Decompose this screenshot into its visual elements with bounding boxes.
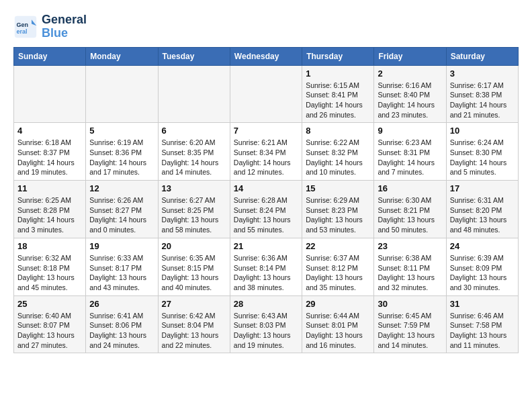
day-header-wednesday: Wednesday	[230, 47, 302, 65]
day-info: Sunrise: 6:41 AM Sunset: 8:06 PM Dayligh…	[89, 311, 154, 351]
day-cell: 13Sunrise: 6:27 AM Sunset: 8:25 PM Dayli…	[158, 181, 230, 238]
day-number: 13	[162, 183, 226, 193]
day-cell: 3Sunrise: 6:17 AM Sunset: 8:38 PM Daylig…	[446, 65, 518, 123]
day-cell: 1Sunrise: 6:15 AM Sunset: 8:41 PM Daylig…	[302, 65, 374, 123]
day-info: Sunrise: 6:28 AM Sunset: 8:24 PM Dayligh…	[234, 195, 298, 235]
day-cell	[86, 65, 158, 123]
day-cell: 22Sunrise: 6:37 AM Sunset: 8:12 PM Dayli…	[302, 238, 374, 295]
day-info: Sunrise: 6:38 AM Sunset: 8:11 PM Dayligh…	[378, 253, 442, 293]
day-info: Sunrise: 6:45 AM Sunset: 7:59 PM Dayligh…	[378, 311, 442, 351]
day-cell: 28Sunrise: 6:43 AM Sunset: 8:03 PM Dayli…	[230, 295, 302, 353]
day-number: 1	[306, 68, 370, 79]
week-row-2: 4Sunrise: 6:18 AM Sunset: 8:37 PM Daylig…	[14, 123, 519, 181]
day-info: Sunrise: 6:27 AM Sunset: 8:25 PM Dayligh…	[162, 195, 226, 235]
day-cell: 26Sunrise: 6:41 AM Sunset: 8:06 PM Dayli…	[86, 295, 158, 353]
day-number: 21	[234, 241, 298, 251]
day-cell: 19Sunrise: 6:33 AM Sunset: 8:17 PM Dayli…	[86, 238, 158, 295]
day-number: 27	[162, 299, 226, 309]
day-info: Sunrise: 6:16 AM Sunset: 8:40 PM Dayligh…	[378, 81, 442, 120]
day-number: 31	[450, 299, 515, 309]
day-cell: 18Sunrise: 6:32 AM Sunset: 8:18 PM Dayli…	[14, 238, 86, 295]
day-info: Sunrise: 6:18 AM Sunset: 8:37 PM Dayligh…	[17, 138, 82, 177]
day-number: 18	[17, 241, 82, 251]
day-info: Sunrise: 6:19 AM Sunset: 8:36 PM Dayligh…	[89, 138, 154, 177]
day-info: Sunrise: 6:30 AM Sunset: 8:21 PM Dayligh…	[378, 195, 442, 235]
day-info: Sunrise: 6:42 AM Sunset: 8:04 PM Dayligh…	[162, 311, 226, 351]
page-header: Gen eral General Blue	[13, 13, 519, 40]
day-number: 17	[450, 183, 515, 193]
week-row-4: 18Sunrise: 6:32 AM Sunset: 8:18 PM Dayli…	[14, 238, 519, 295]
day-header-saturday: Saturday	[446, 47, 518, 65]
day-cell: 14Sunrise: 6:28 AM Sunset: 8:24 PM Dayli…	[230, 181, 302, 238]
day-number: 6	[162, 126, 226, 136]
day-info: Sunrise: 6:24 AM Sunset: 8:30 PM Dayligh…	[450, 138, 515, 177]
day-header-monday: Monday	[86, 47, 158, 65]
day-info: Sunrise: 6:23 AM Sunset: 8:31 PM Dayligh…	[378, 138, 442, 177]
day-number: 22	[306, 241, 370, 251]
day-number: 8	[306, 126, 370, 136]
day-number: 26	[89, 299, 154, 309]
day-number: 7	[234, 126, 298, 136]
day-info: Sunrise: 6:15 AM Sunset: 8:41 PM Dayligh…	[306, 81, 370, 120]
day-info: Sunrise: 6:21 AM Sunset: 8:34 PM Dayligh…	[234, 138, 298, 177]
day-cell: 5Sunrise: 6:19 AM Sunset: 8:36 PM Daylig…	[86, 123, 158, 181]
calendar-table: SundayMondayTuesdayWednesdayThursdayFrid…	[13, 47, 519, 354]
day-cell: 30Sunrise: 6:45 AM Sunset: 7:59 PM Dayli…	[374, 295, 446, 353]
week-row-1: 1Sunrise: 6:15 AM Sunset: 8:41 PM Daylig…	[14, 65, 519, 123]
day-cell: 29Sunrise: 6:44 AM Sunset: 8:01 PM Dayli…	[302, 295, 374, 353]
day-header-thursday: Thursday	[302, 47, 374, 65]
day-info: Sunrise: 6:46 AM Sunset: 7:58 PM Dayligh…	[450, 311, 515, 351]
day-cell	[14, 65, 86, 123]
svg-text:eral: eral	[17, 28, 28, 35]
logo: Gen eral General Blue	[13, 13, 87, 40]
day-number: 25	[17, 299, 82, 309]
day-cell: 9Sunrise: 6:23 AM Sunset: 8:31 PM Daylig…	[374, 123, 446, 181]
day-number: 11	[17, 183, 82, 193]
calendar-body: 1Sunrise: 6:15 AM Sunset: 8:41 PM Daylig…	[14, 65, 519, 353]
day-info: Sunrise: 6:20 AM Sunset: 8:35 PM Dayligh…	[162, 138, 226, 177]
logo-text: General Blue	[42, 13, 87, 40]
day-number: 20	[162, 241, 226, 251]
week-row-3: 11Sunrise: 6:25 AM Sunset: 8:28 PM Dayli…	[14, 181, 519, 238]
day-cell: 4Sunrise: 6:18 AM Sunset: 8:37 PM Daylig…	[14, 123, 86, 181]
day-cell: 24Sunrise: 6:39 AM Sunset: 8:09 PM Dayli…	[446, 238, 518, 295]
day-info: Sunrise: 6:44 AM Sunset: 8:01 PM Dayligh…	[306, 311, 370, 351]
day-cell: 10Sunrise: 6:24 AM Sunset: 8:30 PM Dayli…	[446, 123, 518, 181]
day-number: 29	[306, 299, 370, 309]
day-info: Sunrise: 6:17 AM Sunset: 8:38 PM Dayligh…	[450, 81, 515, 120]
day-number: 5	[89, 126, 154, 136]
day-cell: 2Sunrise: 6:16 AM Sunset: 8:40 PM Daylig…	[374, 65, 446, 123]
day-number: 12	[89, 183, 154, 193]
day-number: 14	[234, 183, 298, 193]
day-info: Sunrise: 6:39 AM Sunset: 8:09 PM Dayligh…	[450, 253, 515, 293]
day-cell: 31Sunrise: 6:46 AM Sunset: 7:58 PM Dayli…	[446, 295, 518, 353]
day-cell: 16Sunrise: 6:30 AM Sunset: 8:21 PM Dayli…	[374, 181, 446, 238]
day-number: 30	[378, 299, 442, 309]
day-info: Sunrise: 6:33 AM Sunset: 8:17 PM Dayligh…	[89, 253, 154, 293]
day-info: Sunrise: 6:22 AM Sunset: 8:32 PM Dayligh…	[306, 138, 370, 177]
day-number: 15	[306, 183, 370, 193]
day-header-tuesday: Tuesday	[158, 47, 230, 65]
day-info: Sunrise: 6:37 AM Sunset: 8:12 PM Dayligh…	[306, 253, 370, 293]
day-cell	[230, 65, 302, 123]
day-number: 23	[378, 241, 442, 251]
day-info: Sunrise: 6:32 AM Sunset: 8:18 PM Dayligh…	[17, 253, 82, 293]
week-row-5: 25Sunrise: 6:40 AM Sunset: 8:07 PM Dayli…	[14, 295, 519, 353]
day-header-friday: Friday	[374, 47, 446, 65]
day-info: Sunrise: 6:29 AM Sunset: 8:23 PM Dayligh…	[306, 195, 370, 235]
day-cell	[158, 65, 230, 123]
day-cell: 27Sunrise: 6:42 AM Sunset: 8:04 PM Dayli…	[158, 295, 230, 353]
calendar-header-row: SundayMondayTuesdayWednesdayThursdayFrid…	[14, 47, 519, 65]
day-cell: 6Sunrise: 6:20 AM Sunset: 8:35 PM Daylig…	[158, 123, 230, 181]
day-cell: 12Sunrise: 6:26 AM Sunset: 8:27 PM Dayli…	[86, 181, 158, 238]
day-number: 3	[450, 68, 515, 79]
svg-text:Gen: Gen	[17, 21, 29, 28]
day-number: 19	[89, 241, 154, 251]
day-cell: 20Sunrise: 6:35 AM Sunset: 8:15 PM Dayli…	[158, 238, 230, 295]
day-info: Sunrise: 6:43 AM Sunset: 8:03 PM Dayligh…	[234, 311, 298, 351]
day-cell: 17Sunrise: 6:31 AM Sunset: 8:20 PM Dayli…	[446, 181, 518, 238]
day-info: Sunrise: 6:25 AM Sunset: 8:28 PM Dayligh…	[17, 195, 82, 235]
day-info: Sunrise: 6:35 AM Sunset: 8:15 PM Dayligh…	[162, 253, 226, 293]
day-cell: 8Sunrise: 6:22 AM Sunset: 8:32 PM Daylig…	[302, 123, 374, 181]
day-number: 4	[17, 126, 82, 136]
